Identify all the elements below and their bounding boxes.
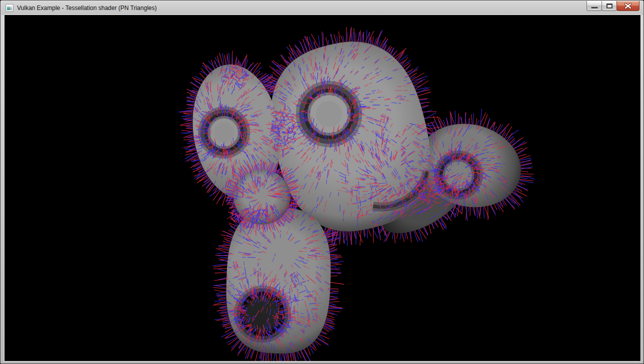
minimize-button[interactable] [586, 1, 602, 11]
maximize-icon [606, 4, 612, 8]
window-title: Vulkan Example - Tessellation shader (PN… [17, 4, 156, 12]
vulkan-app-icon[interactable] [6, 4, 14, 12]
window-titlebar[interactable]: Vulkan Example - Tessellation shader (PN… [1, 1, 643, 15]
close-icon [624, 3, 632, 9]
app-window: Vulkan Example - Tessellation shader (PN… [0, 0, 644, 364]
close-button[interactable] [616, 1, 640, 11]
minimize-icon [591, 7, 598, 8]
render-area [4, 15, 640, 361]
maximize-button[interactable] [602, 1, 617, 11]
viewport-3d[interactable] [4, 15, 640, 361]
window-controls [587, 1, 640, 12]
